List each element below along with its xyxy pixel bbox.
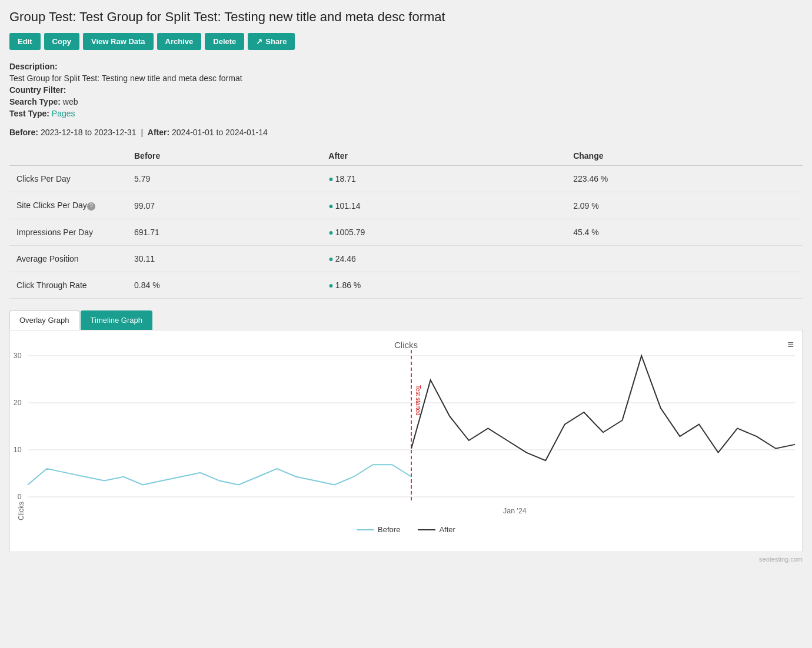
after-date-value: 2024-01-01 to 2024-01-14 [172,128,268,137]
metric-cell: Clicks Per Day [9,166,127,192]
after-cell: ●24.46 [321,246,566,272]
legend-after-label: After [439,525,455,534]
share-button[interactable]: ↗ Share [248,33,295,50]
info-icon[interactable]: ? [87,202,95,211]
overlay-graph-tab[interactable]: Overlay Graph [9,310,79,330]
description-value: Test Group for Split Test: Testing new t… [9,74,242,83]
before-cell: 691.71 [127,219,321,246]
green-dot: ● [328,228,333,237]
page-title: Group Test: Test Group for Split Test: T… [9,9,803,25]
svg-text:Jan '24: Jan '24 [503,507,527,515]
svg-text:Test started: Test started [415,385,421,416]
before-cell: 30.11 [127,246,321,272]
change-cell [566,246,803,272]
after-cell: ●1.86 % [321,272,566,299]
after-label: After: [148,128,169,137]
description-label: Description: [9,62,58,71]
green-dot: ● [328,201,333,211]
before-cell: 99.07 [127,192,321,219]
table-row: Average Position30.11●24.46 [9,246,803,272]
chart-svg: 0 10 20 30 Test started Jan '24 [28,356,795,520]
col-after: After [321,146,566,166]
search-type-label: Search Type: [9,97,61,106]
green-dot: ● [328,254,333,263]
test-type-value: Pages [52,109,75,118]
view-raw-data-button[interactable]: View Raw Data [83,33,154,50]
legend-before-label: Before [378,525,400,534]
metric-cell: Average Position [9,246,127,272]
change-cell: 223.46 % [566,166,803,192]
change-cell: 45.4 % [566,219,803,246]
branding: seotesting.com [9,552,803,563]
table-row: Impressions Per Day691.71●1005.7945.4 % [9,219,803,246]
metric-cell: Click Through Rate [9,272,127,299]
legend-before: Before [357,525,400,534]
graph-title: Clicks [17,340,795,350]
share-icon: ↗ [256,37,262,46]
after-cell: ●101.14 [321,192,566,219]
after-cell: ●1005.79 [321,219,566,246]
after-cell: ●18.71 [321,166,566,192]
col-before: Before [127,146,321,166]
chart-legend: Before After [17,525,795,534]
before-date-value: 2023-12-18 to 2023-12-31 [41,128,137,137]
meta-section: Description: Test Group for Split Test: … [9,62,803,118]
archive-button[interactable]: Archive [157,33,202,50]
graph-menu-icon[interactable]: ≡ [787,339,794,351]
search-type-value: web [63,97,78,106]
toolbar: Edit Copy View Raw Data Archive Delete ↗… [9,33,803,50]
stats-table: Before After Change Clicks Per Day5.79●1… [9,146,803,299]
delete-button[interactable]: Delete [205,33,244,50]
legend-after: After [418,525,455,534]
graph-container: Clicks ≡ Clicks 0 10 20 30 Test st [9,330,803,552]
y-axis-label: Clicks [17,356,28,520]
timeline-graph-tab[interactable]: Timeline Graph [81,310,152,330]
metric-cell: Impressions Per Day [9,219,127,246]
after-line-indicator [418,529,435,530]
copy-button[interactable]: Copy [44,33,80,50]
col-change: Change [566,146,803,166]
table-row: Clicks Per Day5.79●18.71223.46 % [9,166,803,192]
edit-button[interactable]: Edit [9,33,41,50]
date-range: Before: 2023-12-18 to 2023-12-31 | After… [9,128,803,137]
country-filter-label: Country Filter: [9,85,66,95]
change-cell: 2.09 % [566,192,803,219]
change-cell [566,272,803,299]
before-label: Before: [9,128,38,137]
green-dot: ● [328,280,333,290]
graph-tabs: Overlay Graph Timeline Graph [9,310,803,330]
before-cell: 5.79 [127,166,321,192]
table-row: Click Through Rate0.84 %●1.86 % [9,272,803,299]
before-line-indicator [357,529,374,530]
col-metric [9,146,127,166]
test-type-label: Test Type: [9,109,49,118]
date-separator: | [141,128,143,137]
table-row: Site Clicks Per Day?99.07●101.142.09 % [9,192,803,219]
metric-cell: Site Clicks Per Day? [9,192,127,219]
before-cell: 0.84 % [127,272,321,299]
green-dot: ● [328,174,333,183]
